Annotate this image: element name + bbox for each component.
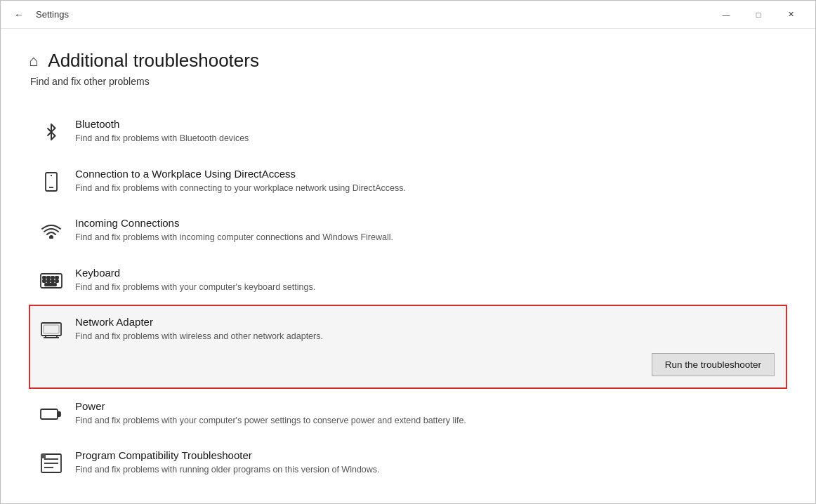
compatibility-icon <box>39 451 64 476</box>
svg-rect-19 <box>58 412 60 416</box>
svg-rect-11 <box>51 280 54 282</box>
titlebar-title: Settings <box>36 9 69 20</box>
page-header: ⌂ Additional troubleshooters <box>29 50 787 72</box>
minimize-button[interactable]: — <box>710 4 742 26</box>
troubleshooter-item-incoming[interactable]: Incoming Connections Find and fix proble… <box>29 206 787 256</box>
troubleshooter-item-bluetooth[interactable]: Bluetooth Find and fix problems with Blu… <box>29 107 787 157</box>
bluetooth-title: Bluetooth <box>75 118 777 130</box>
power-title: Power <box>75 400 777 412</box>
titlebar-controls: — □ ✕ <box>710 4 807 26</box>
compatibility-text: Program Compatibility Troubleshooter Fin… <box>75 449 777 477</box>
item-header-compatibility: Program Compatibility Troubleshooter Fin… <box>39 449 777 477</box>
network-title: Network Adapter <box>75 316 777 328</box>
svg-rect-18 <box>41 409 58 419</box>
back-button[interactable]: ← <box>9 5 29 25</box>
bluetooth-desc: Find and fix problems with Bluetooth dev… <box>75 133 777 145</box>
content-area: ⌂ Additional troubleshooters Find and fi… <box>1 29 815 503</box>
troubleshooter-item-power[interactable]: Power Find and fix problems with your co… <box>29 389 787 439</box>
svg-rect-24 <box>41 454 46 458</box>
compatibility-title: Program Compatibility Troubleshooter <box>75 449 777 461</box>
network-text: Network Adapter Find and fix problems wi… <box>75 316 777 343</box>
incoming-text: Incoming Connections Find and fix proble… <box>75 217 777 244</box>
keyboard-icon <box>39 268 64 293</box>
page-title: Additional troubleshooters <box>48 50 259 72</box>
page-subtitle: Find and fix other problems <box>29 76 787 87</box>
incoming-desc: Find and fix problems with incoming comp… <box>75 232 777 244</box>
network-desc: Find and fix problems with wireless and … <box>75 331 777 343</box>
svg-rect-12 <box>55 280 58 282</box>
power-desc: Find and fix problems with your computer… <box>75 415 777 427</box>
svg-rect-13 <box>45 284 56 286</box>
network-adapter-icon <box>39 317 64 343</box>
settings-window: ← Settings — □ ✕ ⌂ Additional troublesho… <box>0 0 816 504</box>
titlebar-left: ← Settings <box>9 5 710 25</box>
svg-rect-10 <box>47 280 50 282</box>
close-button[interactable]: ✕ <box>775 4 807 26</box>
power-icon <box>39 402 64 427</box>
bluetooth-icon <box>39 119 64 145</box>
item-header-keyboard: Keyboard Find and fix problems with your… <box>39 267 777 294</box>
keyboard-text: Keyboard Find and fix problems with your… <box>75 267 777 294</box>
svg-rect-9 <box>43 280 46 282</box>
run-btn-row: Run the troubleshooter <box>39 353 777 376</box>
svg-rect-7 <box>51 277 54 279</box>
compatibility-desc: Find and fix problems with running older… <box>75 464 777 477</box>
svg-rect-8 <box>55 277 58 279</box>
troubleshooter-list: Bluetooth Find and fix problems with Blu… <box>29 107 787 488</box>
maximize-button[interactable]: □ <box>742 4 775 26</box>
troubleshooter-item-network[interactable]: Network Adapter Find and fix problems wi… <box>29 305 787 389</box>
run-troubleshooter-button[interactable]: Run the troubleshooter <box>652 353 775 376</box>
item-header-power: Power Find and fix problems with your co… <box>39 400 777 427</box>
troubleshooter-item-compatibility[interactable]: Program Compatibility Troubleshooter Fin… <box>29 438 787 488</box>
troubleshooter-item-directaccess[interactable]: Connection to a Workplace Using DirectAc… <box>29 157 787 206</box>
incoming-title: Incoming Connections <box>75 217 777 229</box>
directaccess-icon <box>39 169 64 194</box>
svg-rect-6 <box>47 277 50 279</box>
directaccess-text: Connection to a Workplace Using DirectAc… <box>75 168 777 195</box>
main-area: ⌂ Additional troubleshooters Find and fi… <box>1 29 815 503</box>
bluetooth-text: Bluetooth Find and fix problems with Blu… <box>75 118 777 145</box>
directaccess-title: Connection to a Workplace Using DirectAc… <box>75 168 777 180</box>
item-header-directaccess: Connection to a Workplace Using DirectAc… <box>39 168 777 195</box>
item-header-incoming: Incoming Connections Find and fix proble… <box>39 217 777 244</box>
item-header-network: Network Adapter Find and fix problems wi… <box>39 316 777 343</box>
svg-rect-17 <box>44 325 59 333</box>
power-text: Power Find and fix problems with your co… <box>75 400 777 427</box>
troubleshooter-item-keyboard[interactable]: Keyboard Find and fix problems with your… <box>29 256 787 305</box>
titlebar: ← Settings — □ ✕ <box>1 1 815 29</box>
directaccess-desc: Find and fix problems with connecting to… <box>75 183 777 195</box>
svg-point-3 <box>50 236 53 239</box>
home-icon: ⌂ <box>29 52 38 70</box>
keyboard-desc: Find and fix problems with your computer… <box>75 281 777 294</box>
incoming-icon <box>39 218 64 244</box>
item-header-bluetooth: Bluetooth Find and fix problems with Blu… <box>39 118 777 145</box>
keyboard-title: Keyboard <box>75 267 777 279</box>
svg-rect-5 <box>43 277 46 279</box>
